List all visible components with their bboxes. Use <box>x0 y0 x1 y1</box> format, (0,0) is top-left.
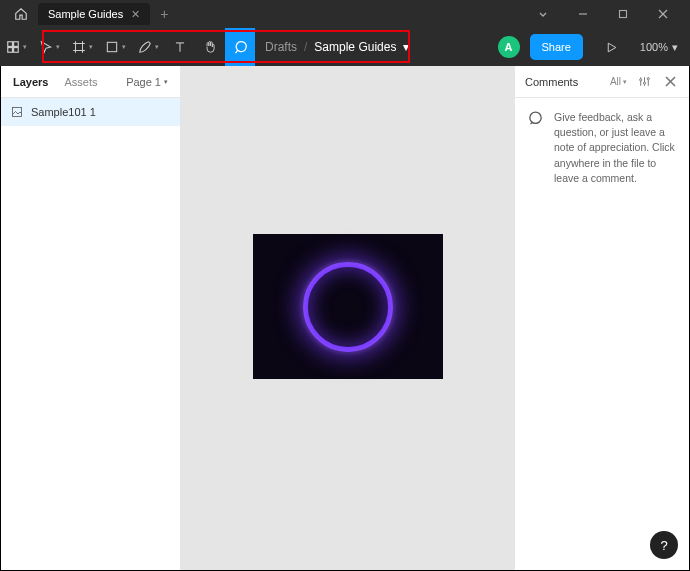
layer-name: Sample101 1 <box>31 106 96 118</box>
add-tab-button[interactable]: + <box>150 6 178 22</box>
svg-rect-12 <box>107 42 116 51</box>
breadcrumb-current[interactable]: Sample Guides <box>314 40 396 54</box>
text-tool[interactable] <box>165 28 195 66</box>
comments-panel: Comments All▾ Give feedback, ask a quest… <box>514 66 689 570</box>
frame-tool[interactable]: ▾ <box>66 28 99 66</box>
canvas-image[interactable] <box>253 234 443 379</box>
comments-hint: Give feedback, ask a question, or just l… <box>554 110 677 186</box>
home-button[interactable] <box>8 7 34 21</box>
svg-rect-7 <box>14 48 19 53</box>
toolbar: ▾ ▾ ▾ ▾ ▾ Drafts / Sample Guides ▾ A Sha… <box>0 28 690 66</box>
titlebar: Sample Guides ✕ + <box>0 0 690 28</box>
move-tool[interactable]: ▾ <box>33 28 66 66</box>
figma-menu[interactable]: ▾ <box>0 28 33 66</box>
canvas[interactable] <box>181 66 514 570</box>
zoom-value: 100% <box>640 41 668 53</box>
comment-tool[interactable] <box>225 28 255 66</box>
file-tab[interactable]: Sample Guides ✕ <box>38 3 150 25</box>
help-button[interactable]: ? <box>650 531 678 559</box>
zoom-control[interactable]: 100% ▾ <box>628 41 690 54</box>
pen-tool[interactable]: ▾ <box>132 28 165 66</box>
settings-icon[interactable] <box>635 75 654 88</box>
chevron-down-icon[interactable]: ▾ <box>403 40 409 54</box>
close-window-button[interactable] <box>644 0 682 28</box>
close-tab-icon[interactable]: ✕ <box>131 8 140 21</box>
maximize-button[interactable] <box>604 0 642 28</box>
hand-tool[interactable] <box>195 28 225 66</box>
svg-marker-15 <box>608 43 616 52</box>
page-selector[interactable]: Page 1▾ <box>126 76 168 88</box>
svg-point-21 <box>643 82 645 84</box>
comments-filter[interactable]: All▾ <box>610 76 627 87</box>
left-panel: Layers Assets Page 1▾ Sample101 1 <box>1 66 181 570</box>
svg-point-22 <box>647 78 649 80</box>
lightning-ring-graphic <box>303 262 393 352</box>
close-panel-icon[interactable] <box>662 76 679 87</box>
present-button[interactable] <box>595 41 628 54</box>
comments-title: Comments <box>525 76 578 88</box>
avatar[interactable]: A <box>498 36 520 58</box>
file-tab-title: Sample Guides <box>48 8 123 20</box>
share-button[interactable]: Share <box>530 34 583 60</box>
tab-layers[interactable]: Layers <box>13 76 48 88</box>
image-layer-icon <box>11 106 23 118</box>
tab-assets[interactable]: Assets <box>64 76 97 88</box>
chevron-down-icon[interactable] <box>524 0 562 28</box>
breadcrumb-root[interactable]: Drafts <box>265 40 297 54</box>
breadcrumb-separator: / <box>304 40 307 54</box>
svg-rect-6 <box>8 48 13 53</box>
breadcrumb[interactable]: Drafts / Sample Guides ▾ <box>255 40 419 54</box>
shape-tool[interactable]: ▾ <box>99 28 132 66</box>
svg-rect-4 <box>8 42 13 47</box>
svg-point-20 <box>640 79 642 81</box>
minimize-button[interactable] <box>564 0 602 28</box>
svg-point-25 <box>530 112 541 123</box>
layer-row[interactable]: Sample101 1 <box>1 98 180 126</box>
comment-bubble-icon <box>527 110 544 186</box>
svg-rect-1 <box>620 11 627 18</box>
svg-rect-5 <box>14 42 19 47</box>
